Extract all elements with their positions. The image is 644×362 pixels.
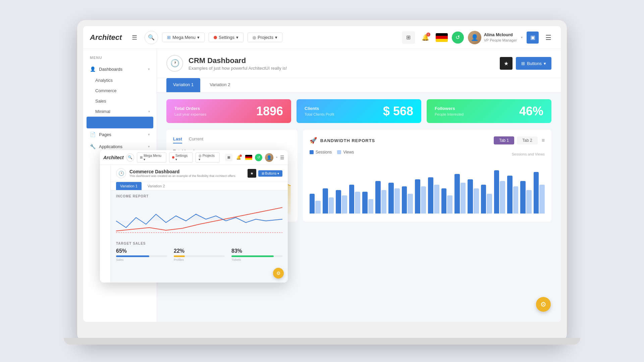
bar-group bbox=[481, 185, 492, 214]
projects-dropdown[interactable]: ◎ Projects ▾ bbox=[248, 33, 282, 42]
bar-views bbox=[394, 188, 400, 214]
bar-sessions bbox=[336, 190, 341, 214]
chart-tabs: Last Current bbox=[173, 136, 203, 143]
user-profile[interactable]: 👤 Alina Mclourd VP People Manager ▾ bbox=[468, 31, 523, 44]
bar-sessions bbox=[349, 185, 355, 214]
cw-targets: 65% Sales 22% bbox=[116, 248, 282, 261]
cw-fab-gear[interactable]: ⚙ bbox=[273, 268, 284, 279]
bandwidth-tabs: Tab 1 Tab 2 bbox=[494, 136, 538, 144]
sidebar-item-minimal[interactable]: Minimal▾ bbox=[83, 106, 157, 117]
settings-dropdown[interactable]: Settings ▾ bbox=[209, 33, 244, 42]
cw-star-btn[interactable]: ★ bbox=[248, 169, 256, 178]
sidebar-item-sales[interactable]: Sales bbox=[83, 96, 157, 106]
sidebar-item-crm[interactable]: CRM bbox=[87, 117, 153, 128]
cw-projects[interactable]: ◎ Projects ▾ bbox=[196, 153, 220, 163]
tab-variation2[interactable]: Variation 2 bbox=[203, 78, 237, 92]
bar-views bbox=[487, 194, 492, 214]
brand-logo: Architect bbox=[90, 33, 122, 42]
cw-flag[interactable] bbox=[245, 155, 253, 160]
side-nav-toggle[interactable]: ☰ bbox=[543, 34, 554, 42]
bar-group bbox=[336, 190, 347, 214]
bar-group bbox=[520, 181, 531, 214]
cw-buttons-btn[interactable]: ⊞ Buttons ▾ bbox=[258, 170, 282, 177]
target-pct: 83% bbox=[231, 248, 282, 254]
bar-group bbox=[388, 183, 399, 214]
bw-tab-2[interactable]: Tab 2 bbox=[517, 136, 537, 144]
sidebar-item-pages[interactable]: 📄 Pages ▾ bbox=[83, 128, 157, 140]
bandwidth-menu[interactable]: ≡ bbox=[542, 137, 545, 143]
sidebar-item-analytics[interactable]: Analytics bbox=[83, 75, 157, 85]
cw-settings[interactable]: Settings ▾ bbox=[169, 153, 193, 163]
notification-box[interactable]: ▣ bbox=[527, 32, 539, 44]
bw-tab-1[interactable]: Tab 1 bbox=[494, 136, 514, 144]
views-legend-label: Views bbox=[343, 150, 354, 155]
bandwidth-bar-chart bbox=[310, 161, 545, 215]
fab-gear-button[interactable]: ⚙ bbox=[536, 297, 551, 312]
pages-icon: 📄 bbox=[90, 132, 96, 137]
cw-page-subtitle: This dashboard was created as an example… bbox=[129, 174, 236, 178]
sessions-legend-dot bbox=[310, 150, 314, 154]
chart-tab-current[interactable]: Current bbox=[189, 136, 203, 143]
bar-sessions bbox=[454, 174, 460, 214]
chevron-icon: ▾ bbox=[148, 144, 150, 149]
cw-hamburger[interactable]: ☰ bbox=[280, 155, 284, 160]
cw-search[interactable]: 🔍 bbox=[126, 154, 135, 162]
bar-group bbox=[441, 188, 452, 214]
bar-views bbox=[342, 195, 347, 214]
cw-tabs: Variation 1 Variation 2 bbox=[111, 182, 288, 190]
search-button[interactable]: 🔍 bbox=[145, 31, 158, 44]
bar-sessions bbox=[375, 181, 381, 214]
favorite-button[interactable]: ★ bbox=[500, 57, 513, 70]
bar-sessions bbox=[481, 185, 486, 214]
bar-group bbox=[362, 192, 373, 214]
laptop-base bbox=[64, 338, 580, 345]
mega-menu-dropdown[interactable]: ⊞ Mega Menu ▾ bbox=[162, 33, 205, 42]
status-indicator[interactable]: ↺ bbox=[452, 32, 464, 44]
sidebar-item-commerce[interactable]: Commerce bbox=[83, 85, 157, 96]
bar-views bbox=[381, 190, 387, 214]
bar-sessions bbox=[534, 172, 539, 214]
cw-page-header: 🕐 Commerce Dashboard This dashboard was … bbox=[111, 165, 288, 182]
chart-tab-last[interactable]: Last bbox=[173, 136, 182, 143]
buttons-dropdown[interactable]: ⊞ Buttons ▾ bbox=[516, 57, 551, 70]
income-chart bbox=[116, 201, 282, 238]
commerce-window: Architect 🔍 ⊞ Mega Menu ▾ Settings ▾ ◎ P… bbox=[100, 150, 288, 283]
cw-avatar[interactable]: 👤 bbox=[265, 153, 273, 162]
dashboards-icon: 👤 bbox=[90, 66, 96, 72]
sidebar-item-dashboards[interactable]: 👤 Dashboards ▾ bbox=[83, 63, 157, 75]
tab-variation1[interactable]: Variation 1 bbox=[166, 78, 200, 92]
target-name: Tickets bbox=[231, 258, 282, 261]
sidebar-item-label: Dashboards bbox=[99, 67, 122, 72]
notification-badge: 1 bbox=[426, 33, 430, 37]
cw-page-icon: 🕐 bbox=[116, 168, 126, 178]
bar-sessions bbox=[402, 186, 407, 214]
bar-sessions bbox=[362, 192, 368, 214]
bar-views bbox=[539, 185, 545, 214]
apps-button[interactable]: ⊞ bbox=[402, 31, 415, 44]
sessions-legend-label: Sessions bbox=[316, 150, 332, 155]
cw-tab-v2[interactable]: Variation 2 bbox=[144, 182, 169, 190]
cw-content: 🕐 Commerce Dashboard This dashboard was … bbox=[111, 165, 288, 283]
cw-mega-menu[interactable]: ⊞ Mega Menu ▾ bbox=[137, 153, 166, 163]
bar-group bbox=[507, 176, 518, 214]
target-pct: 22% bbox=[174, 248, 225, 254]
cw-status[interactable]: ↺ bbox=[255, 154, 262, 161]
target-bar bbox=[231, 255, 282, 257]
bar-sessions bbox=[388, 183, 394, 214]
notifications-bell[interactable]: 🔔 1 bbox=[419, 31, 432, 44]
chevron-icon: ▾ bbox=[148, 67, 150, 71]
bar-group bbox=[428, 177, 439, 214]
cw-bell[interactable]: 🔔 bbox=[235, 154, 243, 161]
hamburger-icon[interactable]: ☰ bbox=[128, 32, 141, 44]
chevron-icon: ▾ bbox=[148, 132, 150, 137]
bar-views bbox=[434, 185, 439, 214]
bar-sessions bbox=[507, 176, 513, 214]
avatar: 👤 bbox=[468, 31, 481, 44]
language-flag[interactable] bbox=[436, 33, 448, 42]
cw-apps-btn[interactable]: ⊞ bbox=[225, 154, 232, 161]
cw-tab-v1[interactable]: Variation 1 bbox=[116, 182, 142, 190]
bar-group bbox=[494, 170, 505, 214]
page-header: 🕐 CRM Dashboard Examples of just how pow… bbox=[157, 49, 561, 78]
bar-group bbox=[402, 186, 413, 214]
cw-navbar: Architect 🔍 ⊞ Mega Menu ▾ Settings ▾ ◎ P… bbox=[100, 150, 288, 165]
